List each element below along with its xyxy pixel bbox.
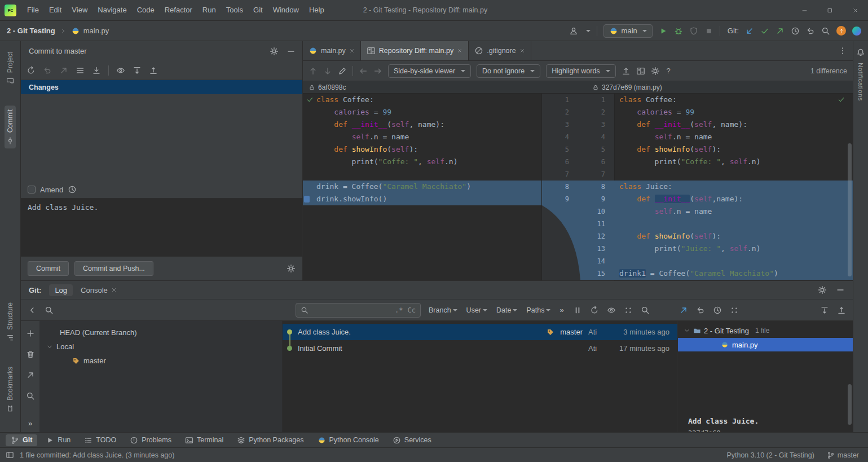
layout-toggle-icon[interactable] [6,451,14,459]
diff-left-pane[interactable]: class Coffee: calories = 99 def __init__… [303,94,541,280]
amend-checkbox[interactable] [28,186,36,193]
revert-icon[interactable] [696,306,705,315]
tool-stripe-commit[interactable]: Commit [5,105,16,148]
run-button[interactable] [659,27,668,36]
close-tab-icon[interactable] [457,48,462,54]
tool-window-problems[interactable]: Problems [125,434,177,446]
code-line[interactable]: def __init__(self, name): [303,118,541,131]
expand-all-icon[interactable] [820,306,829,315]
commit-message-editor[interactable]: Add class Juice. [21,198,302,257]
code-line[interactable]: def showInfo(self): [615,143,853,156]
preview-details-icon[interactable] [607,306,616,315]
search-icon[interactable] [26,391,35,401]
stop-button[interactable] [704,27,713,36]
menu-help[interactable]: Help [304,0,329,20]
commit-button[interactable]: Commit [28,261,69,276]
menu-edit[interactable]: Edit [44,0,67,20]
code-line[interactable]: class Coffee: [303,94,541,106]
collapse-all-icon[interactable] [837,306,846,315]
code-line[interactable]: print("Coffe: ", self.n) [615,156,853,168]
preview-diff-icon[interactable] [116,66,125,75]
branch-row-head-current-branch[interactable]: HEAD (Current Branch) [39,325,282,340]
ide-update-badge[interactable] [836,26,846,36]
commit-settings-gear-icon[interactable] [270,47,279,56]
menu-git[interactable]: Git [248,0,268,20]
tool-window-python-packages[interactable]: Python Packages [232,434,309,446]
go-to-hash-icon[interactable] [641,306,650,315]
tool-stripe-bookmarks[interactable]: Bookmarks [5,363,16,416]
code-line[interactable]: print("Juice: ", self.n) [615,243,853,255]
tool-window-python-console[interactable]: Python Console [312,434,384,446]
code-line[interactable]: class Juice: [615,181,853,193]
whitespace-dropdown[interactable]: Do not ignore [477,64,540,78]
coverage-button[interactable] [689,27,698,36]
arrow-ne-icon[interactable] [26,371,35,380]
shelve-icon[interactable] [92,66,101,75]
commit-row[interactable]: Initial CommitAti17 minutes ago [283,340,677,357]
commit-and-push-button[interactable]: Commit and Push... [74,261,153,276]
code-line[interactable]: self.n = name [615,205,853,218]
history-icon[interactable] [713,306,722,315]
git-tab-console[interactable]: Console [75,284,122,296]
code-line[interactable]: self.n = name [303,131,541,143]
tool-window-terminal[interactable]: Terminal [180,434,228,446]
hide-commit-panel-icon[interactable] [287,47,296,56]
highlight-mode-dropdown[interactable]: Highlight words [546,64,615,78]
rollback-button[interactable] [806,27,815,36]
more-actions-button[interactable]: » [27,419,33,428]
menu-refactor[interactable]: Refactor [160,0,197,20]
more-filters-button[interactable]: » [558,306,565,314]
code-line[interactable] [615,255,853,267]
git-settings-gear-icon[interactable] [818,285,827,294]
grid-icon[interactable] [730,306,739,315]
debug-button[interactable] [674,27,683,36]
code-line[interactable] [615,218,853,230]
code-line[interactable]: drink = Coffee("Caramel Macchiato") [303,181,541,193]
collapse-branches-icon[interactable] [28,306,37,315]
maximize-button[interactable] [817,0,843,20]
code-with-me-icon[interactable] [852,27,861,36]
filter-date[interactable]: Date [496,306,517,314]
code-line[interactable]: calories = 99 [615,106,853,118]
cherry-pick-icon[interactable] [679,306,688,315]
commit-message-history-icon[interactable] [68,185,77,194]
plus-icon[interactable] [26,329,35,338]
commit-options-gear-icon[interactable] [287,264,296,273]
menu-run[interactable]: Run [197,0,221,20]
changes-tree[interactable] [21,94,302,181]
search-everywhere-button[interactable] [821,27,830,36]
commit-row[interactable]: Add class Juice.masterAti3 minutes ago [283,324,677,340]
collapse-unchanged-icon[interactable] [622,67,631,76]
close-tab-icon[interactable] [349,48,355,54]
git-branch-status[interactable]: master [827,451,859,459]
tool-window-services[interactable]: Services [387,434,437,446]
pause-icon[interactable] [573,306,582,315]
branch-row-local[interactable]: Local [39,340,282,354]
details-scrollbar[interactable] [848,384,852,425]
chevron-down-icon[interactable] [684,327,690,334]
viewer-mode-dropdown[interactable]: Side-by-side viewer [388,64,471,78]
group-by-icon[interactable] [76,66,85,75]
code-line[interactable]: print("Coffe: ", self.n) [303,156,541,168]
diff-settings-gear-icon[interactable] [651,67,660,76]
trash-icon[interactable] [26,350,35,359]
menu-navigate[interactable]: Navigate [92,0,131,20]
editor-tab-repository-diff-main-py[interactable]: Repository Diff: main.py [361,41,469,60]
back-icon[interactable] [359,67,368,76]
collapse-all-icon[interactable] [149,66,158,75]
menu-view[interactable]: View [67,0,92,20]
code-line[interactable]: def showInfo(self): [303,143,541,156]
code-line[interactable]: def __init__(self,name): [615,193,853,205]
close-tab-icon[interactable] [519,48,525,54]
status-message[interactable]: 1 file committed: Add class Juice. (3 mi… [20,451,174,459]
synchronize-scrolling-icon[interactable] [636,67,645,76]
refresh-log-icon[interactable] [590,306,599,315]
refresh-changes-icon[interactable] [27,66,36,75]
details-file-row[interactable]: main.py [678,338,853,351]
tool-window-run[interactable]: Run [41,434,76,446]
breadcrumb-project[interactable]: 2 - Git Testing [7,27,55,35]
match-case-toggle[interactable]: Cc [408,306,416,314]
update-project-button[interactable] [745,27,754,36]
chevron-down-icon[interactable] [46,344,53,350]
tool-stripe-project[interactable]: Project [5,48,16,89]
